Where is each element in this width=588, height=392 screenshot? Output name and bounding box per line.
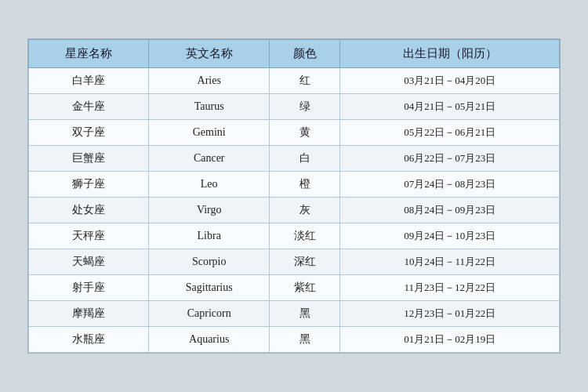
header-dates: 出生日期（阳历）: [340, 40, 560, 68]
cell-dates: 10月24日－11月22日: [340, 249, 560, 275]
cell-english-name: Gemini: [149, 120, 269, 146]
cell-color: 黑: [269, 301, 339, 327]
cell-chinese-name: 白羊座: [29, 68, 149, 94]
zodiac-table-container: 星座名称 英文名称 颜色 出生日期（阳历） 白羊座Aries红03月21日－04…: [27, 38, 561, 354]
cell-english-name: Capricorn: [149, 301, 269, 327]
cell-color: 灰: [269, 198, 339, 223]
cell-chinese-name: 处女座: [29, 198, 149, 223]
cell-english-name: Libra: [149, 223, 269, 249]
table-row: 白羊座Aries红03月21日－04月20日: [29, 68, 560, 94]
table-row: 摩羯座Capricorn黑12月23日－01月22日: [29, 301, 560, 327]
cell-dates: 05月22日－06月21日: [340, 120, 560, 146]
cell-chinese-name: 巨蟹座: [29, 146, 149, 172]
table-row: 双子座Gemini黄05月22日－06月21日: [29, 120, 560, 146]
cell-color: 紫红: [269, 275, 339, 301]
table-header-row: 星座名称 英文名称 颜色 出生日期（阳历）: [29, 40, 560, 68]
table-row: 射手座Sagittarius紫红11月23日－12月22日: [29, 275, 560, 301]
cell-chinese-name: 天蝎座: [29, 249, 149, 275]
header-chinese-name: 星座名称: [29, 40, 149, 68]
cell-english-name: Sagittarius: [149, 275, 269, 301]
cell-dates: 01月21日－02月19日: [340, 327, 560, 353]
table-body: 白羊座Aries红03月21日－04月20日金牛座Taurus绿04月21日－0…: [29, 68, 560, 353]
cell-english-name: Aquarius: [149, 327, 269, 353]
cell-color: 黑: [269, 327, 339, 353]
table-row: 天秤座Libra淡红09月24日－10月23日: [29, 223, 560, 249]
cell-color: 黄: [269, 120, 339, 146]
cell-color: 深红: [269, 249, 339, 275]
table-row: 水瓶座Aquarius黑01月21日－02月19日: [29, 327, 560, 353]
cell-chinese-name: 天秤座: [29, 223, 149, 249]
header-color: 颜色: [269, 40, 339, 68]
cell-english-name: Cancer: [149, 146, 269, 172]
cell-dates: 04月21日－05月21日: [340, 94, 560, 120]
cell-chinese-name: 狮子座: [29, 172, 149, 198]
table-row: 天蝎座Scorpio深红10月24日－11月22日: [29, 249, 560, 275]
cell-chinese-name: 金牛座: [29, 94, 149, 120]
cell-color: 白: [269, 146, 339, 172]
zodiac-table: 星座名称 英文名称 颜色 出生日期（阳历） 白羊座Aries红03月21日－04…: [28, 39, 560, 353]
cell-dates: 06月22日－07月23日: [340, 146, 560, 172]
cell-dates: 12月23日－01月22日: [340, 301, 560, 327]
table-row: 狮子座Leo橙07月24日－08月23日: [29, 172, 560, 198]
cell-chinese-name: 摩羯座: [29, 301, 149, 327]
cell-dates: 11月23日－12月22日: [340, 275, 560, 301]
cell-color: 橙: [269, 172, 339, 198]
cell-color: 红: [269, 68, 339, 94]
cell-english-name: Taurus: [149, 94, 269, 120]
cell-english-name: Virgo: [149, 198, 269, 223]
cell-chinese-name: 射手座: [29, 275, 149, 301]
cell-dates: 07月24日－08月23日: [340, 172, 560, 198]
header-english-name: 英文名称: [149, 40, 269, 68]
table-row: 处女座Virgo灰08月24日－09月23日: [29, 198, 560, 223]
cell-chinese-name: 双子座: [29, 120, 149, 146]
cell-color: 淡红: [269, 223, 339, 249]
cell-dates: 08月24日－09月23日: [340, 198, 560, 223]
cell-dates: 03月21日－04月20日: [340, 68, 560, 94]
cell-english-name: Scorpio: [149, 249, 269, 275]
table-row: 金牛座Taurus绿04月21日－05月21日: [29, 94, 560, 120]
table-row: 巨蟹座Cancer白06月22日－07月23日: [29, 146, 560, 172]
cell-chinese-name: 水瓶座: [29, 327, 149, 353]
cell-color: 绿: [269, 94, 339, 120]
cell-english-name: Leo: [149, 172, 269, 198]
cell-english-name: Aries: [149, 68, 269, 94]
cell-dates: 09月24日－10月23日: [340, 223, 560, 249]
